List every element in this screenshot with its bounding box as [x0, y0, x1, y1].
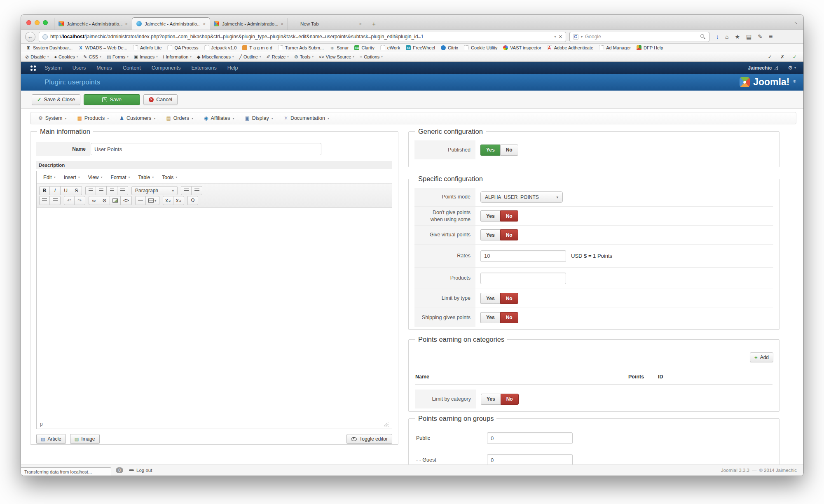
bookmark-item[interactable]: eaFreeWheel [406, 45, 435, 50]
logout-link[interactable]: Log out [129, 468, 152, 473]
underline-button[interactable]: U [61, 186, 71, 195]
edit-icon[interactable]: ✎ [758, 33, 763, 40]
remove-link-button[interactable]: ⊘ [99, 196, 110, 205]
bookmark-item[interactable]: Turner Ads Subm... [278, 45, 324, 50]
yes-button[interactable]: Yes [480, 210, 500, 222]
bookmark-item[interactable]: ♜System Dashboar... [26, 45, 73, 50]
menu-extensions[interactable]: Extensions [186, 65, 222, 71]
align-left-button[interactable] [85, 186, 96, 195]
devbar-information[interactable]: iInformation▾ [163, 54, 192, 59]
menu-system[interactable]: System [39, 65, 67, 71]
devbar-resize[interactable]: ✐Resize▾ [266, 54, 288, 60]
bookmark-item[interactable]: Jetpack v1.0 [204, 45, 237, 50]
bullet-list-button[interactable] [181, 186, 192, 195]
bookmark-item[interactable]: VAST inspector [503, 45, 541, 50]
devbar-miscellaneous[interactable]: ◆Miscellaneous▾ [197, 54, 234, 60]
bookmark-item[interactable]: CaClarity [354, 45, 374, 50]
download-icon[interactable]: ↓ [716, 33, 719, 40]
devbar-cookies[interactable]: ●Cookies▾ [54, 54, 78, 59]
menu-components[interactable]: Components [146, 65, 186, 71]
numbered-list-button[interactable] [192, 186, 202, 195]
no-button[interactable]: No [501, 394, 519, 405]
no-button[interactable]: No [500, 229, 518, 240]
editor-menu-format[interactable]: Format▾ [107, 173, 134, 182]
insert-article-button[interactable]: ▤Article [36, 434, 66, 444]
horizontal-rule-button[interactable]: — [135, 196, 146, 205]
yes-button[interactable]: Yes [480, 229, 500, 240]
bookmark-item[interactable]: DFP Help [637, 45, 663, 50]
devbar-tools[interactable]: ⚙Tools▾ [294, 54, 314, 60]
editor-menu-tools[interactable]: Tools▾ [158, 173, 181, 182]
bookmark-item[interactable]: Ad Manager [599, 45, 631, 50]
hikashop-menu-orders[interactable]: ▤Orders▾ [161, 115, 199, 121]
add-category-button[interactable]: +Add [750, 352, 773, 362]
hikashop-menu-system[interactable]: ⚙System▾ [33, 115, 72, 121]
source-code-button[interactable]: <> [121, 196, 132, 205]
messages-count-badge[interactable]: 0 [116, 467, 123, 473]
no-button[interactable]: No [500, 293, 518, 304]
joomla-menu-icon[interactable] [30, 65, 36, 71]
hikashop-menu-customers[interactable]: ♟Customers▾ [114, 115, 161, 121]
devbar-css[interactable]: ✎CSS▾ [83, 54, 101, 60]
url-text[interactable]: http://localhost/jaimechic/administrator… [50, 34, 552, 40]
bookmark-item[interactable]: eWork [380, 45, 400, 50]
insert-table-button[interactable]: ▾ [146, 196, 159, 205]
subscript-button[interactable]: x2 [163, 196, 173, 205]
tab-close-icon[interactable]: × [281, 21, 283, 26]
public-points-input[interactable] [487, 432, 573, 444]
view-site-link[interactable]: Jaimechic↗ [748, 65, 778, 71]
rates-input[interactable] [480, 250, 566, 262]
search-engine-dropdown-icon[interactable]: ▾ [581, 35, 583, 39]
align-right-button[interactable] [107, 186, 117, 195]
bookmark-item[interactable]: ≋Sonar [330, 45, 349, 50]
justify-button[interactable] [117, 186, 128, 195]
insert-link-button[interactable]: ∞ [89, 196, 99, 205]
editor-menu-edit[interactable]: Edit▾ [39, 173, 60, 182]
insert-image-button[interactable] [110, 196, 121, 205]
editor-menu-table[interactable]: Table▾ [134, 173, 158, 182]
menu-icon[interactable]: ≡ [769, 33, 772, 40]
bold-button[interactable]: B [39, 186, 50, 195]
devbar-images[interactable]: ▣Images▾ [134, 54, 158, 60]
bookmark-item[interactable]: T a g m o d [242, 45, 272, 50]
tab-4-new-tab[interactable]: New Tab × [288, 18, 366, 30]
indent-button[interactable] [50, 196, 61, 205]
save-button[interactable]: ✎Save [84, 94, 140, 105]
editor-menu-view[interactable]: View▾ [84, 173, 107, 182]
published-no-button[interactable]: No [500, 145, 518, 156]
yes-button[interactable]: Yes [480, 312, 500, 323]
stop-loading-icon[interactable]: ✕ [559, 34, 562, 40]
site-identity-icon[interactable] [42, 34, 48, 40]
cancel-button[interactable]: ✕Cancel [143, 94, 178, 105]
minimize-window-button[interactable] [35, 20, 40, 25]
back-button[interactable]: ← [25, 32, 35, 42]
no-button[interactable]: No [500, 312, 518, 323]
fullscreen-icon[interactable]: ↔ [793, 19, 800, 26]
superscript-button[interactable]: x2 [173, 196, 184, 205]
bookmark-item[interactable]: QA Process [167, 45, 198, 50]
points-mode-select[interactable]: ALPHA_USER_POINTS▾ [480, 191, 563, 203]
element-path[interactable]: p [40, 421, 43, 427]
tab-close-icon[interactable]: × [125, 21, 128, 26]
editor-content-area[interactable] [37, 208, 392, 419]
devbar-outline[interactable]: ╱Outline▾ [239, 54, 261, 60]
new-tab-button[interactable]: + [366, 20, 382, 30]
devbar-view-source[interactable]: <>View Source▾ [319, 54, 354, 59]
align-center-button[interactable] [96, 186, 107, 195]
bookmark-item[interactable]: Cookie Utility [464, 45, 497, 50]
devbar-options[interactable]: ≡Options▾ [360, 54, 383, 59]
tab-3[interactable]: Jaimechic - Administratio... × [210, 18, 288, 30]
italic-button[interactable]: I [50, 186, 61, 195]
search-engine-icon[interactable]: G [573, 34, 578, 40]
search-input[interactable]: Google [585, 34, 698, 40]
resize-grip-icon[interactable] [384, 422, 389, 427]
bookmark-item[interactable]: XWDADS – Web De... [78, 45, 127, 50]
name-input[interactable] [91, 143, 321, 155]
devbar-forms[interactable]: ▤Forms▾ [107, 54, 129, 60]
yes-button[interactable]: Yes [480, 293, 500, 304]
tab-close-icon[interactable]: × [203, 21, 206, 26]
close-window-button[interactable] [26, 20, 31, 25]
hikashop-menu-affiliates[interactable]: ◉Affiliates▾ [199, 115, 240, 121]
chevron-down-icon[interactable]: ▾ [794, 66, 796, 70]
zoom-window-button[interactable] [43, 20, 48, 25]
